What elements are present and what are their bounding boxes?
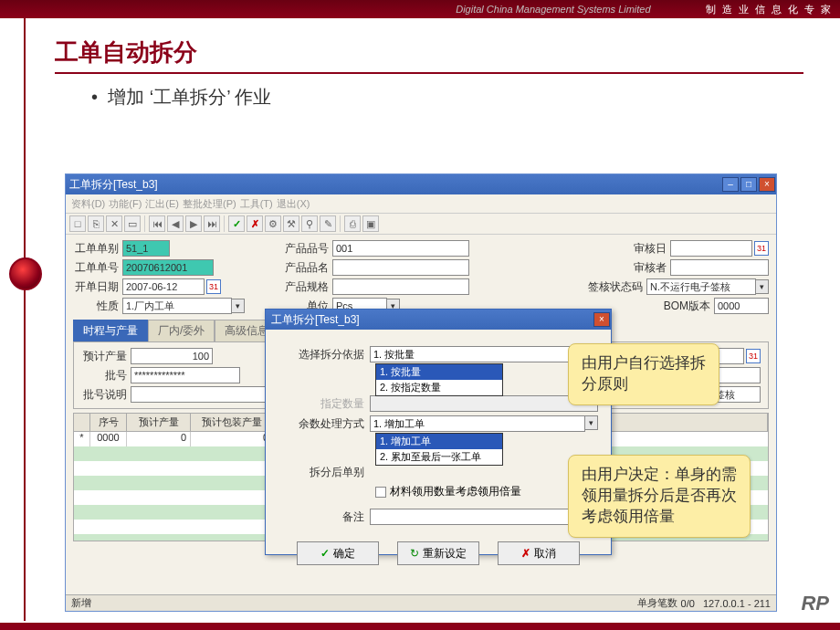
- rp-logo: RP: [801, 592, 829, 615]
- cancel-button[interactable]: ✗取消: [498, 541, 580, 565]
- inp-prod-no[interactable]: 001: [332, 240, 469, 257]
- menu-batch[interactable]: 整批处理(P): [183, 197, 236, 211]
- lbl-batch: 批号: [81, 368, 131, 383]
- inp-batch[interactable]: *************: [131, 367, 240, 383]
- calendar-icon[interactable]: [754, 241, 769, 256]
- chk-material-multiple[interactable]: [375, 487, 386, 498]
- bottom-bar: [0, 623, 840, 630]
- chevron-down-icon[interactable]: [756, 279, 769, 294]
- tab-schedule-output[interactable]: 时程与产量: [73, 320, 148, 341]
- lbl-wo-type: 工单单别: [73, 241, 122, 257]
- remainder-dropdown[interactable]: 1. 增加工单 2. 累加至最后一张工单: [375, 433, 503, 466]
- tb-folder-icon[interactable]: ▣: [362, 215, 379, 232]
- lbl-batch-desc: 批号说明: [81, 387, 131, 403]
- toolbar: □ ⎘ ✕ ▭ ⏮ ◀ ▶ ⏭ ✓ ✗ ⚙ ⚒ ⚲ ✎ ⎙ ▣: [66, 213, 776, 235]
- tb-first-icon[interactable]: ⏮: [149, 215, 165, 232]
- menu-export[interactable]: 汇出(E): [145, 197, 179, 211]
- ok-button[interactable]: ✓确定: [297, 541, 379, 565]
- callout-material-multiple: 由用户决定：单身的需领用量拆分后是否再次考虑领用倍量: [568, 455, 751, 538]
- slogan: 制 造 业 信 息 化 专 家: [706, 3, 833, 16]
- close-button[interactable]: ×: [759, 177, 775, 192]
- lbl-material-multiple: 材料领用数量考虑领用倍量: [390, 484, 521, 499]
- calendar-icon[interactable]: [746, 349, 761, 363]
- gh-pack-qty[interactable]: 预计包装产量: [191, 414, 273, 431]
- lbl-prod-no: 产品品号: [283, 241, 332, 257]
- lbl-bom-ver: BOM版本: [664, 299, 714, 314]
- inp-spec-qty: [370, 395, 598, 412]
- calendar-icon[interactable]: [206, 279, 221, 294]
- menu-tools[interactable]: 工具(T): [240, 197, 273, 211]
- inp-audit-date[interactable]: [670, 240, 752, 257]
- window-title: 工单拆分[Test_b3]: [69, 177, 158, 193]
- menubar: 资料(D) 功能(F) 汇出(E) 整批处理(P) 工具(T) 退出(X): [66, 194, 776, 213]
- inp-wo-no[interactable]: 20070612001: [122, 259, 214, 276]
- lbl-est-qty: 预计产量: [81, 349, 131, 364]
- menu-func[interactable]: 功能(F): [109, 197, 142, 211]
- chevron-down-icon[interactable]: [232, 299, 245, 313]
- lbl-spec-qty: 指定数量: [278, 396, 370, 412]
- tb-next-icon[interactable]: ▶: [185, 215, 202, 232]
- tb-new-icon[interactable]: □: [69, 215, 86, 232]
- statusbar: 新增 单身笔数 0/0 127.0.0.1 - 211: [66, 594, 776, 611]
- tb-last-icon[interactable]: ⏭: [204, 215, 220, 232]
- inp-split-basis[interactable]: 1. 按批量: [370, 346, 585, 362]
- inp-auditor[interactable]: [670, 259, 769, 276]
- inp-wo-type[interactable]: 51_1: [122, 240, 170, 257]
- lbl-wo-no: 工单单号: [73, 260, 122, 276]
- dialog-titlebar[interactable]: 工单拆分[Test_b3] ×: [266, 310, 611, 330]
- tb-tool3-icon[interactable]: ⚲: [301, 215, 318, 232]
- tb-cancel-icon[interactable]: ✗: [247, 215, 263, 232]
- opt-add-wo[interactable]: 1. 增加工单: [376, 434, 502, 449]
- lbl-open-date: 开单日期: [73, 279, 122, 295]
- tab-internal-outsource[interactable]: 厂内/委外: [148, 320, 215, 341]
- chevron-down-icon[interactable]: [585, 415, 598, 430]
- tb-copy-icon[interactable]: ⎘: [88, 215, 104, 232]
- opt-by-batch[interactable]: 1. 按批量: [376, 364, 502, 380]
- tb-del-icon[interactable]: ✕: [106, 215, 122, 232]
- tb-tool1-icon[interactable]: ⚙: [265, 215, 281, 232]
- lbl-split-basis: 选择拆分依据: [278, 347, 370, 362]
- gh-seq[interactable]: 序号: [90, 414, 127, 431]
- inp-remainder[interactable]: 1. 增加工单: [370, 415, 585, 432]
- inp-est-qty[interactable]: 100: [131, 348, 213, 364]
- tb-confirm-icon[interactable]: ✓: [228, 215, 245, 232]
- tb-doc-icon[interactable]: ▭: [124, 215, 141, 232]
- lbl-sign-code: 签核状态码: [588, 279, 646, 295]
- window-titlebar[interactable]: 工单拆分[Test_b3] – □ ×: [66, 174, 776, 194]
- opt-accum-last[interactable]: 2. 累加至最后一张工单: [376, 449, 502, 465]
- status-count-lbl: 单身笔数: [637, 596, 677, 610]
- maximize-button[interactable]: □: [740, 177, 757, 192]
- topbar: Digital China Management Systems Limited…: [0, 0, 840, 18]
- lbl-prod-spec: 产品规格: [283, 279, 332, 295]
- minimize-button[interactable]: –: [722, 177, 739, 192]
- tb-wand-icon[interactable]: ✎: [320, 215, 336, 232]
- menu-exit[interactable]: 退出(X): [277, 197, 310, 211]
- split-basis-dropdown[interactable]: 1. 按批量 2. 按指定数量: [375, 363, 503, 396]
- inp-sign-code[interactable]: N.不运行电子签核: [646, 278, 756, 295]
- lbl-audit-date: 审核日: [634, 241, 670, 257]
- inp-prod-name[interactable]: [332, 259, 469, 276]
- inp-batch-desc[interactable]: [131, 386, 277, 403]
- status-mode: 新增: [71, 596, 91, 610]
- dialog-close-button[interactable]: ×: [593, 312, 610, 327]
- menu-data[interactable]: 资料(D): [71, 197, 105, 211]
- tb-prev-icon[interactable]: ◀: [167, 215, 184, 232]
- inp-nature[interactable]: 1.厂内工单: [122, 298, 232, 314]
- page-title: 工单自动拆分: [55, 37, 803, 74]
- tb-tool2-icon[interactable]: ⚒: [283, 215, 299, 232]
- reset-button[interactable]: ↻重新设定: [397, 541, 479, 565]
- company-name: Digital China Management Systems Limited: [456, 4, 650, 15]
- lbl-auditor: 审核者: [634, 260, 670, 276]
- inp-bom-ver[interactable]: 0000: [714, 298, 769, 314]
- dialog-title: 工单拆分[Test_b3]: [271, 312, 360, 328]
- lbl-remark: 备注: [278, 509, 370, 525]
- gh-est-qty[interactable]: 预计产量: [127, 414, 191, 431]
- inp-prod-spec[interactable]: [332, 278, 469, 295]
- page-bullet: • 增加 ‘工单拆分’ 作业: [91, 85, 803, 110]
- tb-print-icon[interactable]: ⎙: [344, 215, 361, 232]
- lbl-after-type: 拆分后单别: [278, 465, 370, 480]
- inp-remark[interactable]: [370, 509, 598, 525]
- inp-open-date[interactable]: 2007-06-12: [122, 278, 205, 295]
- lbl-remainder: 余数处理方式: [278, 416, 370, 432]
- opt-by-qty[interactable]: 2. 按指定数量: [376, 380, 502, 395]
